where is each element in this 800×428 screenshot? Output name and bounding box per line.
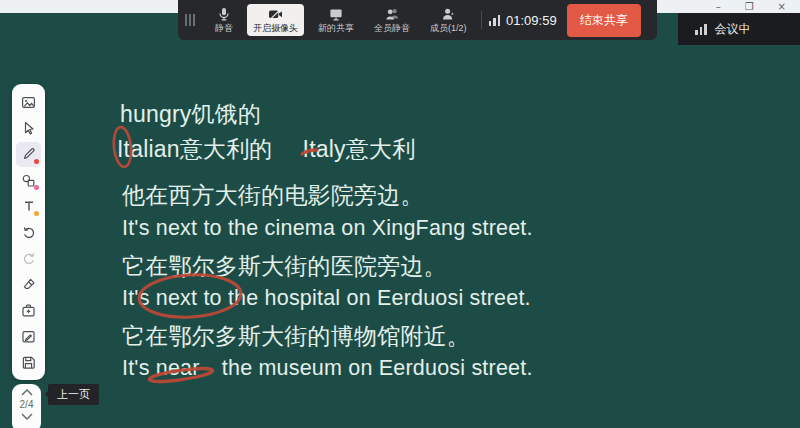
box-plus-icon	[21, 303, 36, 318]
mute-label: 静音	[215, 23, 233, 33]
save-icon	[21, 355, 36, 370]
members-button[interactable]: 成员(1/2)	[424, 4, 473, 36]
page-up-icon[interactable]	[21, 389, 33, 396]
drag-handle-icon[interactable]	[185, 14, 195, 26]
person-icon	[441, 7, 455, 21]
new-share-button[interactable]: 新的共享	[312, 4, 360, 36]
word-its-2: It's	[122, 356, 150, 380]
board-line-en-museum: It's near the museum on Eerduosi street.	[122, 356, 533, 381]
mute-all-button[interactable]: 全员静音	[368, 4, 416, 36]
page-down-icon[interactable]	[21, 413, 33, 420]
whiteboard-toolbar	[12, 84, 45, 380]
undo-tool[interactable]	[16, 220, 41, 245]
new-share-label: 新的共享	[318, 23, 354, 33]
shapes-tool[interactable]	[16, 168, 41, 193]
board-line-cn-museum: 它在鄂尔多斯大街的博物馆附近。	[122, 321, 470, 352]
save-tool[interactable]	[16, 350, 41, 375]
meeting-screen-share: – ❐ × 静音 开启摄像头 新的共享	[0, 0, 800, 428]
board-line-italian: Italian意大利的Italy意大利	[117, 134, 415, 165]
add-page-tool[interactable]	[16, 298, 41, 323]
members-label: 成员(1/2)	[430, 23, 467, 33]
box-pencil-icon	[21, 329, 36, 344]
rest-museum: the museum on Eerduosi street.	[222, 356, 533, 380]
meeting-status-label: 会议中	[715, 21, 751, 38]
cursor-icon	[22, 121, 36, 135]
pen-color-dot	[34, 159, 39, 164]
text-icon	[22, 199, 36, 213]
insert-image-tool[interactable]	[16, 90, 41, 115]
word-italy: Italy意大利	[303, 136, 416, 162]
undo-icon	[22, 225, 36, 239]
eraser-tool[interactable]	[16, 272, 41, 297]
word-italian: Italian意大利的	[117, 136, 273, 162]
shapes-color-dot	[34, 185, 39, 190]
board-line-en-cinema: It's next to the cinema on XingFang stre…	[122, 216, 533, 241]
select-tool[interactable]	[16, 116, 41, 141]
toolbar-separator	[481, 11, 482, 29]
close-icon[interactable]: ×	[778, 2, 786, 12]
eraser-icon	[22, 277, 36, 291]
minimize-icon[interactable]: –	[716, 2, 721, 12]
mute-all-label: 全员静音	[374, 23, 410, 33]
camera-button[interactable]: 开启摄像头	[247, 4, 304, 36]
meeting-bars-icon	[695, 23, 707, 35]
mute-button[interactable]: 静音	[209, 4, 239, 36]
board-line-cn-hospital: 它在鄂尔多斯大街的医院旁边。	[122, 251, 447, 282]
redo-tool[interactable]	[16, 246, 41, 271]
meeting-status-pill[interactable]: 会议中	[678, 13, 800, 45]
end-share-button[interactable]: 结束共享	[567, 4, 641, 37]
annotate-tool[interactable]	[16, 324, 41, 349]
page-indicator: 2/4	[20, 399, 34, 410]
text-tool[interactable]	[16, 194, 41, 219]
page-navigator: 2/4	[12, 384, 41, 428]
screen-share-icon	[329, 7, 343, 21]
redo-icon	[22, 251, 36, 265]
word-its-1: It's	[122, 286, 150, 310]
meeting-timer: 01:09:59	[489, 13, 557, 28]
meeting-toolbar: 静音 开启摄像头 新的共享 全员静音	[178, 0, 657, 40]
word-near: near	[156, 356, 200, 380]
people-icon	[385, 7, 400, 21]
pen-tool[interactable]	[16, 142, 41, 167]
pen-icon	[22, 147, 36, 161]
rest-hospital: the hospital on Eerduosi street.	[228, 286, 531, 310]
board-line-cn-cinema: 他在西方大街的电影院旁边。	[122, 180, 424, 211]
timer-value: 01:09:59	[506, 13, 557, 28]
previous-page-tooltip: 上一页	[48, 384, 99, 405]
mic-icon	[217, 7, 231, 21]
camera-label: 开启摄像头	[253, 23, 298, 33]
text-color-dot	[34, 211, 39, 216]
audio-level-icon	[489, 14, 501, 26]
camera-icon	[268, 7, 283, 21]
board-line-en-hospital: It's next to the hospital on Eerduosi st…	[122, 286, 531, 311]
image-icon	[21, 95, 36, 110]
restore-icon[interactable]: ❐	[745, 2, 754, 12]
word-next-to: next to	[156, 286, 222, 310]
board-line-hungry: hungry饥饿的	[120, 99, 261, 130]
